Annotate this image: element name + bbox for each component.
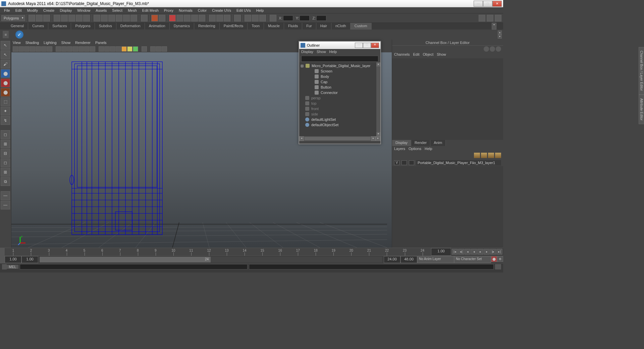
select-comp-icon[interactable]	[83, 15, 90, 21]
layer-name-label[interactable]: Portable_Digital_Music_Player_Fiio_M3_la…	[416, 160, 501, 165]
panel-menu-shading[interactable]: Shading	[25, 41, 39, 45]
shelf-tab-fur[interactable]: Fur	[302, 23, 316, 30]
save-scene-icon[interactable]	[43, 15, 50, 21]
cb-icon-1[interactable]	[484, 46, 489, 52]
shadow-icon[interactable]	[78, 46, 84, 52]
outliner-titlebar[interactable]: Outliner — □ ✕	[299, 42, 380, 49]
scroll-right-icon[interactable]: ▸	[371, 136, 376, 141]
move-tool-icon[interactable]: ⬤	[1, 69, 10, 78]
hyper-icon[interactable]: ◻	[1, 158, 10, 167]
status-check-icon[interactable]: ✓	[15, 31, 23, 39]
panel-menu-panels[interactable]: Panels	[95, 41, 107, 45]
shelf-tab-custom[interactable]: Custom	[351, 23, 372, 30]
shelf-tab-rendering[interactable]: Rendering	[194, 23, 220, 30]
shelf-tab-deformation[interactable]: Deformation	[116, 23, 145, 30]
layout3-icon[interactable]	[224, 15, 230, 21]
menu-proxy[interactable]: Proxy	[161, 8, 176, 13]
new-scene-icon[interactable]	[29, 15, 35, 21]
panel-menu-show[interactable]: Show	[61, 41, 71, 45]
outliner-item-top[interactable]: top	[300, 101, 380, 106]
move-layer-down-icon[interactable]	[495, 153, 501, 158]
shelf-toggle-icon[interactable]: ≡	[3, 31, 9, 38]
field-chart-icon[interactable]	[41, 46, 47, 52]
shelf-tab-general[interactable]: General	[7, 23, 28, 30]
textured-icon[interactable]	[67, 46, 72, 52]
time-slider[interactable]: 123456789101112131415161718192021222324 …	[0, 248, 503, 256]
move-layer-up-icon[interactable]	[488, 153, 494, 158]
hq-icon[interactable]	[84, 46, 90, 52]
panel-menu-view[interactable]: View	[13, 41, 21, 45]
renderer3-icon[interactable]	[162, 46, 167, 52]
history-icon[interactable]	[141, 15, 148, 21]
play-forward-icon[interactable]: ▸	[477, 249, 483, 255]
shelf-tab-surfaces[interactable]: Surfaces	[48, 23, 71, 30]
snap-plane-icon[interactable]	[116, 15, 122, 21]
wire-on-shade-icon[interactable]	[116, 46, 121, 52]
snap-view-icon[interactable]	[130, 15, 137, 21]
bookmark-icon[interactable]	[18, 46, 24, 52]
menu-file[interactable]: File	[1, 8, 13, 13]
shelf-tab-painteffects[interactable]: PaintEffects	[220, 23, 248, 30]
output-icon[interactable]	[252, 15, 259, 21]
gate-icon[interactable]	[110, 46, 115, 52]
shaded-icon[interactable]	[61, 46, 67, 52]
single-view-icon[interactable]: ◻	[1, 130, 10, 139]
step-forward-key-icon[interactable]: |▸	[490, 249, 496, 255]
outliner-close-button[interactable]: ✕	[371, 43, 379, 48]
four-view-icon[interactable]: ⊞	[1, 140, 10, 148]
camera-select-icon[interactable]	[13, 46, 18, 52]
script-icon[interactable]: ⧉	[1, 177, 10, 186]
input-icon[interactable]	[245, 15, 251, 21]
menu-color[interactable]: Color	[195, 8, 209, 13]
ipr-icon[interactable]	[159, 15, 165, 21]
maximize-button[interactable]: □	[483, 1, 492, 7]
scale-tool-icon[interactable]: ⬤	[1, 88, 10, 97]
shelf-tab-polygons[interactable]: Polygons	[71, 23, 95, 30]
layer-display-type[interactable]	[401, 160, 407, 165]
light-dir-icon[interactable]	[127, 46, 132, 52]
coord-x-input[interactable]	[283, 15, 293, 21]
panel-menu-lighting[interactable]: Lighting	[44, 41, 57, 45]
renderer2-icon[interactable]	[156, 46, 161, 52]
snap-curve-icon[interactable]	[101, 15, 108, 21]
paint-select-icon[interactable]: 🖌	[1, 60, 10, 68]
range-start-field[interactable]: 1.00	[5, 256, 21, 263]
cb-tab-edit[interactable]: Edit	[413, 52, 419, 58]
outliner-item-button[interactable]: Button	[300, 85, 380, 90]
cb-tab-channels[interactable]: Channels	[394, 52, 410, 58]
outliner-vscrollbar[interactable]: ▴ ▾	[376, 62, 380, 136]
shelf-tab-toon[interactable]: Toon	[248, 23, 264, 30]
select-tool-icon[interactable]: ↖	[1, 41, 10, 50]
panel-menu-renderer[interactable]: Renderer	[75, 41, 91, 45]
menu-select[interactable]: Select	[109, 8, 125, 13]
shelf-layout1-icon[interactable]	[479, 15, 485, 21]
range-toggle-icon[interactable]	[0, 256, 5, 263]
scroll-left-icon[interactable]: ◂	[299, 136, 304, 141]
coord-z-input[interactable]	[316, 15, 326, 21]
step-back-key-icon[interactable]: ◂|	[458, 249, 464, 255]
layers-options[interactable]: Options	[409, 147, 421, 151]
lock-icon[interactable]	[270, 15, 276, 21]
cb-icon-3[interactable]	[496, 46, 501, 52]
layout2-icon[interactable]	[216, 15, 223, 21]
minimize-button[interactable]: —	[474, 1, 483, 7]
light-icon[interactable]	[73, 46, 78, 52]
grid-toggle-icon[interactable]	[104, 46, 110, 52]
coord-y-input[interactable]	[300, 15, 310, 21]
renderer-icon[interactable]	[150, 46, 156, 52]
undo-icon[interactable]	[54, 15, 60, 21]
cmd-language-label[interactable]: MEL	[7, 265, 18, 269]
close-button[interactable]: ✕	[492, 1, 502, 7]
step-forward-icon[interactable]: ▸	[484, 249, 490, 255]
graph-icon[interactable]	[259, 15, 266, 21]
shelf-tab-hair[interactable]: Hair	[316, 23, 331, 30]
menu-help[interactable]: Help	[254, 8, 267, 13]
outliner-item-connector[interactable]: Connector	[300, 90, 380, 95]
range-playback-start-field[interactable]: 1.00	[21, 256, 38, 263]
outliner-item-body[interactable]: Body	[300, 74, 380, 79]
range-slider-handle[interactable]: 24	[40, 257, 211, 262]
menu-edit[interactable]: Edit	[13, 8, 24, 13]
menu-create[interactable]: Create	[41, 8, 57, 13]
render-region-icon[interactable]	[176, 15, 183, 21]
render-icon[interactable]	[151, 15, 158, 21]
